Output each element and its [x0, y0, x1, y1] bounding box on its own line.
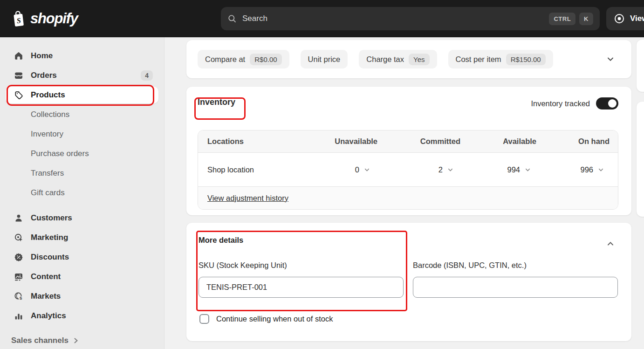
pricing-pills: Compare at R$0.00 Unit price Charge tax …	[198, 50, 553, 68]
cost-per-item-label: Cost per item	[456, 55, 501, 64]
shortcut-key-k: K	[579, 13, 593, 25]
sidebar-item-label: Customers	[31, 213, 72, 223]
search-input[interactable]: Search CTRL K	[221, 7, 600, 30]
column-header-locations: Locations	[198, 137, 294, 146]
eye-icon	[614, 13, 625, 24]
column-header-on-hand: On hand	[536, 137, 618, 146]
sidebar-item-products[interactable]: Products	[6, 87, 158, 103]
sidebar-item-marketing[interactable]: Marketing	[6, 229, 158, 246]
right-column-card-sliver-top	[637, 40, 644, 92]
table-row: Shop location 0 2 99	[198, 153, 618, 186]
on-hand-value: 996	[580, 165, 593, 174]
svg-text:$: $	[20, 295, 22, 301]
inventory-tracked-toggle[interactable]	[596, 97, 618, 109]
unit-price-label: Unit price	[308, 55, 341, 64]
top-bar: S shopify Search CTRL K View	[0, 0, 644, 37]
compare-at-pill[interactable]: Compare at R$0.00	[198, 50, 289, 68]
unavailable-value: 0	[355, 165, 359, 174]
analytics-bars-icon	[14, 311, 23, 321]
sidebar-item-label: Collections	[31, 110, 69, 119]
sales-channels-label: Sales channels	[11, 336, 69, 345]
marketing-target-icon	[14, 233, 23, 242]
charge-tax-label: Charge tax	[366, 55, 404, 64]
sidebar-item-label: Gift cards	[31, 188, 65, 198]
shopify-logo[interactable]: S shopify	[11, 10, 78, 27]
chevron-right-icon	[73, 337, 79, 344]
brand-wordmark: shopify	[30, 10, 78, 27]
customers-icon	[14, 213, 23, 223]
search-placeholder: Search	[242, 14, 545, 23]
inventory-locations-table: Locations Unavailable Committed Availabl…	[198, 130, 618, 210]
continue-selling-label: Continue selling when out of stock	[216, 315, 333, 323]
sidebar-item-transfers[interactable]: Transfers	[6, 165, 158, 182]
charge-tax-pill[interactable]: Charge tax Yes	[359, 50, 437, 68]
inventory-card-title: Inventory	[198, 97, 235, 107]
sidebar-item-gift-cards[interactable]: Gift cards	[6, 185, 158, 201]
sidebar-item-label: Orders	[31, 71, 57, 80]
cost-per-item-value: R$150.00	[506, 54, 546, 65]
barcode-input[interactable]	[413, 277, 618, 298]
orders-count-badge: 4	[141, 70, 153, 81]
table-header-row: Locations Unavailable Committed Availabl…	[198, 130, 618, 153]
sidebar-item-discounts[interactable]: Discounts	[6, 249, 158, 266]
shortcut-key-ctrl: CTRL	[549, 13, 575, 25]
sidebar-item-label: Markets	[31, 292, 61, 301]
charge-tax-value: Yes	[409, 54, 429, 65]
sales-channels-section[interactable]: Sales channels	[11, 336, 79, 345]
discount-badge-icon	[14, 253, 23, 262]
sidebar-item-collections[interactable]: Collections	[6, 106, 158, 123]
sidebar-item-inventory[interactable]: Inventory	[6, 126, 158, 143]
location-name: Shop location	[198, 165, 294, 174]
inventory-tracked-label: Inventory tracked	[531, 99, 590, 108]
search-icon	[227, 14, 237, 23]
table-footer-row: View adjustment history	[198, 186, 618, 209]
markets-globe-icon: $	[14, 292, 23, 301]
view-adjustment-history-link[interactable]: View adjustment history	[207, 194, 288, 203]
shopify-bag-icon: S	[11, 10, 26, 27]
committed-value: 2	[438, 165, 443, 174]
compare-at-value: R$0.00	[250, 54, 281, 65]
view-button[interactable]: View	[606, 7, 644, 30]
more-details-card: More details SKU (Stock Keeping Unit) Ba…	[186, 223, 631, 341]
sidebar-item-purchase-orders[interactable]: Purchase orders	[6, 145, 158, 162]
sidebar-item-markets[interactable]: $ Markets	[6, 288, 158, 305]
available-quantity-button[interactable]: 994	[460, 165, 536, 174]
inventory-tracked-control: Inventory tracked	[531, 97, 618, 109]
sidebar-item-customers[interactable]: Customers	[6, 210, 158, 226]
sidebar-item-content[interactable]: Content	[6, 268, 158, 285]
chevron-down-icon	[525, 167, 531, 173]
continue-selling-row: Continue selling when out of stock	[199, 314, 333, 324]
sidebar-item-label: Discounts	[31, 253, 69, 262]
chevron-down-icon	[447, 167, 453, 173]
chevron-down-icon	[364, 167, 370, 173]
sidebar-item-label: Products	[31, 90, 65, 100]
committed-quantity-button[interactable]: 2	[377, 165, 460, 174]
column-header-available: Available	[460, 137, 536, 146]
column-header-unavailable: Unavailable	[294, 137, 377, 146]
chevron-down-icon	[606, 55, 615, 63]
inventory-card: Inventory Inventory tracked Locations Un…	[186, 87, 631, 215]
sidebar-item-home[interactable]: Home	[6, 48, 158, 64]
sku-input[interactable]	[199, 277, 404, 298]
barcode-label: Barcode (ISBN, UPC, GTIN, etc.)	[413, 261, 527, 270]
toggle-knob	[608, 99, 617, 108]
pricing-expand-button[interactable]	[603, 51, 618, 67]
sidebar-item-label: Purchase orders	[31, 149, 89, 158]
chevron-down-icon	[598, 167, 604, 173]
pricing-summary-card: Compare at R$0.00 Unit price Charge tax …	[186, 40, 631, 78]
compare-at-label: Compare at	[205, 55, 245, 64]
unit-price-pill[interactable]: Unit price	[301, 50, 348, 68]
tag-icon	[14, 90, 23, 100]
collapse-section-button[interactable]	[603, 237, 617, 251]
right-column-card-sliver-bottom	[637, 102, 644, 217]
column-header-committed: Committed	[377, 137, 460, 146]
sidebar-item-analytics[interactable]: Analytics	[6, 308, 158, 324]
sidebar-item-label: Inventory	[31, 130, 63, 139]
sidebar-item-label: Transfers	[31, 169, 64, 178]
cost-per-item-pill[interactable]: Cost per item R$150.00	[448, 50, 553, 68]
unavailable-quantity-button[interactable]: 0	[294, 165, 377, 174]
on-hand-quantity-button[interactable]: 996	[536, 165, 610, 174]
sidebar-item-orders[interactable]: Orders 4	[6, 67, 158, 84]
sidebar-item-label: Marketing	[31, 233, 68, 242]
continue-selling-checkbox[interactable]	[199, 314, 209, 324]
